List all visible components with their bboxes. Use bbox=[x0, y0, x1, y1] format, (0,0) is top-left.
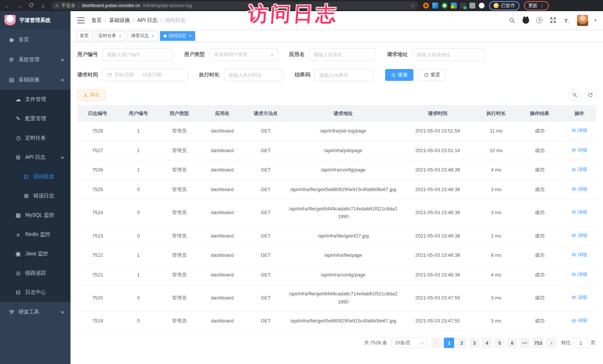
sidebar-item-access-log[interactable]: ⊡访问日志 bbox=[0, 167, 71, 186]
refresh-table-button[interactable] bbox=[584, 89, 596, 101]
page-button-6[interactable]: 6 bbox=[507, 338, 517, 348]
refresh-icon bbox=[424, 73, 429, 78]
page-button-4[interactable]: 4 bbox=[482, 338, 492, 348]
page-button-5[interactable]: 5 bbox=[494, 338, 505, 348]
page-button-2[interactable]: 2 bbox=[456, 338, 467, 348]
cell-id: 7528 bbox=[77, 121, 118, 141]
sidebar-item-label: 错误日志 bbox=[33, 193, 54, 199]
date-range-picker[interactable]: 开始日期 - 结束日期 bbox=[102, 69, 188, 81]
extension-orange-icon[interactable] bbox=[423, 3, 429, 9]
detail-link[interactable]: 详细 bbox=[571, 127, 587, 134]
sidebar-item-trace[interactable]: ◎链路追踪 bbox=[0, 263, 71, 283]
browser-forward-icon[interactable]: → bbox=[16, 3, 23, 9]
user-type-select[interactable]: 请选择用户类型 ∨ bbox=[209, 48, 278, 61]
update-button[interactable]: 更新 ⋮ bbox=[524, 1, 549, 10]
extension-green-icon[interactable] bbox=[442, 3, 448, 9]
cell-result: 成功 bbox=[517, 121, 562, 141]
sidebar-item-file-management[interactable]: ☁文件管理 bbox=[0, 90, 71, 109]
cell-app: dashboard bbox=[200, 311, 245, 331]
more-pages-icon[interactable]: ••• bbox=[520, 338, 530, 348]
breadcrumb-item-home[interactable]: 首页 bbox=[91, 17, 102, 24]
sidebar-item-error-log[interactable]: ⊠错误日志 bbox=[0, 186, 71, 206]
header-search-icon[interactable] bbox=[508, 17, 516, 24]
sidebar-item-scheduled-tasks[interactable]: ◷定时任务 bbox=[0, 128, 71, 148]
fullscreen-icon[interactable] bbox=[550, 17, 557, 24]
tab-scheduled-tasks[interactable]: 定时任务× bbox=[95, 31, 125, 41]
cell-url: /api/infra/file/page bbox=[286, 246, 400, 265]
toggle-search-button[interactable] bbox=[569, 89, 581, 101]
request-url-input[interactable] bbox=[417, 52, 480, 58]
tab-home[interactable]: 首页 bbox=[76, 31, 92, 41]
browser-home-icon[interactable]: ⌂ bbox=[39, 3, 47, 9]
page-button-3[interactable]: 3 bbox=[469, 338, 479, 348]
cell-method: GET bbox=[245, 180, 286, 199]
browser-back-icon[interactable]: ← bbox=[4, 3, 11, 9]
tab-schedule-log[interactable]: 调度日志× bbox=[127, 31, 158, 41]
user-id-input[interactable] bbox=[107, 52, 168, 58]
extension-translate-icon[interactable] bbox=[460, 3, 466, 9]
sidebar-toggle-icon[interactable] bbox=[77, 17, 85, 23]
sidebar-item-log-center[interactable]: ⊟日志中心 bbox=[0, 283, 71, 302]
sidebar-logo[interactable]: 芋道管理系统 bbox=[0, 11, 71, 30]
sidebar-item-api-log[interactable]: ⊞API 日志∧ bbox=[0, 148, 71, 167]
detail-link[interactable]: 详细 bbox=[571, 208, 587, 216]
user-avatar[interactable] bbox=[577, 15, 588, 26]
github-icon[interactable] bbox=[522, 17, 530, 24]
tab-access-log[interactable]: 访问日志× bbox=[160, 31, 195, 41]
detail-link[interactable]: 详细 bbox=[571, 317, 587, 324]
detail-link[interactable]: 详细 bbox=[571, 270, 587, 278]
extension-gray-icon[interactable] bbox=[469, 3, 475, 9]
detail-link[interactable]: 详细 bbox=[571, 232, 587, 239]
page-jump-input[interactable] bbox=[573, 338, 589, 348]
browser-reload-icon[interactable] bbox=[27, 3, 35, 9]
cell-action: 详细 bbox=[562, 285, 596, 311]
cell-result: 成功 bbox=[517, 265, 562, 285]
cell-user-type: 管理员 bbox=[159, 285, 200, 311]
result-code-input[interactable] bbox=[319, 72, 370, 78]
bookmark-star-icon[interactable]: ☆ bbox=[410, 3, 415, 9]
detail-link[interactable]: 详细 bbox=[571, 165, 587, 173]
page-button-753[interactable]: 753 bbox=[532, 338, 544, 348]
extension-grid-icon[interactable] bbox=[451, 3, 457, 9]
close-tab-icon[interactable]: × bbox=[151, 33, 154, 39]
previous-page-button[interactable]: ‹ bbox=[431, 338, 442, 348]
extension-shield-icon[interactable] bbox=[432, 3, 438, 9]
font-size-icon[interactable]: T↕ bbox=[563, 17, 571, 24]
app-name-input[interactable] bbox=[314, 52, 371, 58]
address-bar[interactable]: ⚠ 不安全 | dashboard.yudao.iocoder.cn /infr… bbox=[51, 1, 419, 10]
avatar-caret-icon[interactable]: ▾ bbox=[594, 18, 596, 22]
tags-view-bar: 首页定时任务×调度日志×访问日志× bbox=[71, 30, 603, 42]
help-icon[interactable]: ? bbox=[536, 17, 543, 24]
detail-link[interactable]: 详细 bbox=[571, 251, 587, 259]
sidebar-item-system-management[interactable]: ⚙系统管理∨ bbox=[0, 50, 71, 70]
search-button[interactable]: 搜索 bbox=[385, 69, 413, 81]
detail-link[interactable]: 详细 bbox=[571, 146, 587, 154]
duration-input[interactable] bbox=[229, 72, 279, 78]
next-page-button[interactable]: › bbox=[546, 338, 557, 348]
breadcrumb-item-infrastructure[interactable]: 基础设施 bbox=[109, 17, 130, 24]
export-button[interactable]: 导出 bbox=[77, 89, 105, 101]
close-tab-icon[interactable]: × bbox=[119, 33, 121, 39]
paused-badge[interactable]: 已暂停 bbox=[489, 1, 520, 10]
page-size-select[interactable]: 10条/页 ∨ bbox=[391, 338, 427, 348]
sidebar-item-redis-monitor[interactable]: ≡Redis 监控 bbox=[0, 225, 71, 244]
filter-row-2: 请求时间 开始日期 - 结束日期 执行时长 结果码 bbox=[77, 69, 596, 81]
sidebar-item-java-monitor[interactable]: ▣Java 监控 bbox=[0, 244, 71, 263]
sidebar-item-home[interactable]: ◉首页 bbox=[0, 30, 71, 50]
filter-label: 请求地址 bbox=[387, 51, 408, 58]
detail-link[interactable]: 详细 bbox=[571, 185, 587, 193]
config-edit-icon: ✎ bbox=[14, 115, 22, 122]
browser-menu-icon[interactable]: ⋮ bbox=[540, 3, 544, 8]
sidebar-item-config-management[interactable]: ✎配置管理 bbox=[0, 109, 71, 128]
reset-button[interactable]: 重置 bbox=[418, 69, 446, 81]
detail-link[interactable]: 详细 bbox=[571, 294, 587, 301]
breadcrumb-item-api-log[interactable]: API 日志 bbox=[137, 17, 157, 24]
cell-time: 2021-05-03 23:48:38 bbox=[400, 246, 475, 265]
close-tab-icon[interactable]: × bbox=[189, 33, 191, 39]
extension-puzzle-icon[interactable] bbox=[479, 3, 485, 9]
sidebar-item-dev-tools[interactable]: ⚒研发工具∨ bbox=[0, 302, 71, 322]
sidebar-item-infrastructure[interactable]: ▤基础设施∧ bbox=[0, 70, 71, 90]
page-button-1[interactable]: 1 bbox=[444, 338, 454, 348]
sidebar-item-mysql-monitor[interactable]: ▦MySQL 监控 bbox=[0, 206, 71, 225]
cell-user-type: 管理员 bbox=[159, 226, 200, 246]
